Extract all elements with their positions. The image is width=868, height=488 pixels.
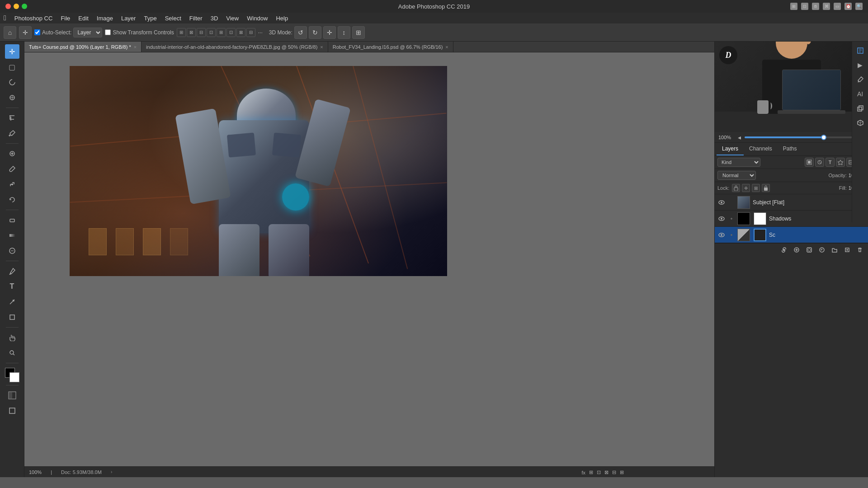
tab-industrial-close[interactable]: × [320,44,323,50]
shape-icon[interactable] [5,310,19,324]
crop-icon[interactable] [5,111,19,125]
camera-bottom-icon[interactable]: ⊡ [597,469,601,475]
canvas-area[interactable]: 100% | Doc: 5.93M/38.0M › fx ⊞ ⊡ ⊠ ⊟ ⊞ [24,52,714,477]
layer-item-shadows[interactable]: Shadows [715,211,868,227]
gradient-icon[interactable] [5,228,19,243]
background-color[interactable] [9,372,19,382]
folder-icon[interactable]: ⊟ [612,469,616,475]
show-transform-checkbox[interactable] [105,29,111,35]
tab-robot[interactable]: Robot_FV34_Landing.l16.psd @ 66.7% (RGB/… [328,42,453,52]
brush-icon[interactable] [5,162,19,176]
menu-image[interactable]: Image [93,14,117,23]
dodge-burn-icon[interactable] [5,244,19,258]
tab-tuts-close[interactable]: × [134,44,137,50]
search-icon[interactable]: 🔍 [855,3,863,10]
zoom-expand-left[interactable]: ◂ [738,134,741,141]
heal-brush-icon[interactable] [5,146,19,161]
lock-position-icon[interactable]: ✛ [742,184,750,192]
layer-filter-dropdown[interactable]: Kind Name Effect Mode Attribute Color Sm… [717,158,760,167]
quick-select-icon[interactable] [5,90,19,105]
3d-scale-button[interactable]: ⊞ [352,26,365,39]
align-center-v-button[interactable]: ⊞ [217,28,226,37]
text-icon[interactable]: T [5,279,19,294]
tab-tuts-course[interactable]: Tuts+ Course.psd @ 100% (Layer 1, RGB/8)… [24,42,142,52]
3d-roll-button[interactable]: ↻ [309,26,321,39]
lasso-icon[interactable] [5,75,19,89]
eraser-icon[interactable] [5,213,19,227]
new-adjustment-icon[interactable] [817,245,826,254]
layer-item-subject-flat[interactable]: Subject [Flat] [715,194,868,211]
rectangular-marquee-icon[interactable]: ▢ [5,60,19,74]
align-left-button[interactable]: ⊞ [177,28,186,37]
history-brush-icon[interactable] [5,192,19,207]
menu-edit[interactable]: Edit [75,14,92,23]
menu-select[interactable]: Select [161,14,185,23]
tab-layers[interactable]: Layers [717,143,744,155]
layer-visibility-sc[interactable] [717,231,726,239]
menu-layer[interactable]: Layer [118,14,140,23]
trash-bottom-icon[interactable]: ⊞ [620,469,624,475]
align-center-h-button[interactable]: ⊠ [187,28,196,37]
3d-slide-button[interactable]: ↕ [338,26,350,39]
menu-file[interactable]: File [57,14,74,23]
lock-artboard-icon[interactable]: ⊞ [752,184,760,192]
menu-photoshop[interactable]: Photoshop CC [11,14,57,23]
zoom-slider-thumb[interactable] [821,135,826,140]
tab-paths[interactable]: Paths [778,143,802,155]
align-right-button[interactable]: ⊟ [197,28,206,37]
layer-item-sc[interactable]: Sc [715,227,868,243]
delete-layer-icon[interactable] [855,245,864,254]
adjustment-panel-icon[interactable]: AI [854,88,867,100]
camera-icon[interactable]: ⊡ [801,3,808,10]
new-group-icon[interactable] [830,245,839,254]
play-action-icon[interactable]: ▶ [854,59,867,71]
menu-3d[interactable]: 3D [207,14,222,23]
color-swatches[interactable] [5,368,19,382]
filter-pixel-icon[interactable] [805,158,814,167]
mission-control-icon[interactable]: ⊞ [790,3,797,10]
move-tool-icon[interactable]: ✛ [5,44,19,59]
blend-mode-dropdown[interactable]: Normal Dissolve Multiply Screen Overlay … [717,171,756,180]
properties-icon[interactable] [854,44,867,57]
home-button[interactable]: ⌂ [4,26,16,39]
menu-help[interactable]: Help [272,14,292,23]
add-mask-icon[interactable] [805,245,814,254]
tab-robot-close[interactable]: × [445,44,448,50]
tab-industrial[interactable]: industrial-interior-of-an-old-abandoned-… [142,42,328,52]
zoom-slider[interactable] [745,136,858,138]
lock-pixels-icon[interactable] [732,184,740,192]
layer-visibility-subject[interactable] [717,198,726,206]
align-top-button[interactable]: ⊡ [207,28,216,37]
link-layers-icon[interactable] [779,245,788,254]
add-style-icon[interactable] [792,245,801,254]
3d-panel-icon[interactable] [854,117,867,129]
move-tool-options[interactable]: ✛ [19,26,32,39]
zoom-icon[interactable] [5,346,19,360]
status-arrow[interactable]: › [111,469,112,474]
screen-mode-icon[interactable] [5,404,19,418]
filter-shape-icon[interactable] [836,158,845,167]
distribute-v-button[interactable]: ⊟ [246,28,255,37]
brush-preset-icon[interactable] [854,73,867,86]
filter-adjust-icon[interactable] [815,158,824,167]
minimize-button[interactable] [14,4,19,9]
apple-logo-icon[interactable]:  [4,14,6,22]
filter-type-icon[interactable]: T [826,158,835,167]
layer-style-icon[interactable]: ⊞ [589,469,593,475]
distribute-h-button[interactable]: ⊠ [236,28,245,37]
adjust-bottom-icon[interactable]: ⊠ [604,469,609,475]
clone-stamp-icon[interactable] [5,177,19,192]
new-layer-icon[interactable] [843,245,852,254]
pen-icon[interactable] [5,264,19,278]
more-options-label[interactable]: ··· [258,29,263,36]
menu-filter[interactable]: Filter [186,14,206,23]
3d-rotate-button[interactable]: ↺ [294,26,307,39]
eyedropper-icon[interactable] [5,126,19,141]
hand-icon[interactable] [5,330,19,345]
menu-window[interactable]: Window [243,14,271,23]
lock-all-icon[interactable] [762,184,770,192]
tab-channels[interactable]: Channels [744,143,778,155]
quick-mask-icon[interactable] [5,388,19,403]
menu-view[interactable]: View [222,14,242,23]
menu-type[interactable]: Type [140,14,160,23]
